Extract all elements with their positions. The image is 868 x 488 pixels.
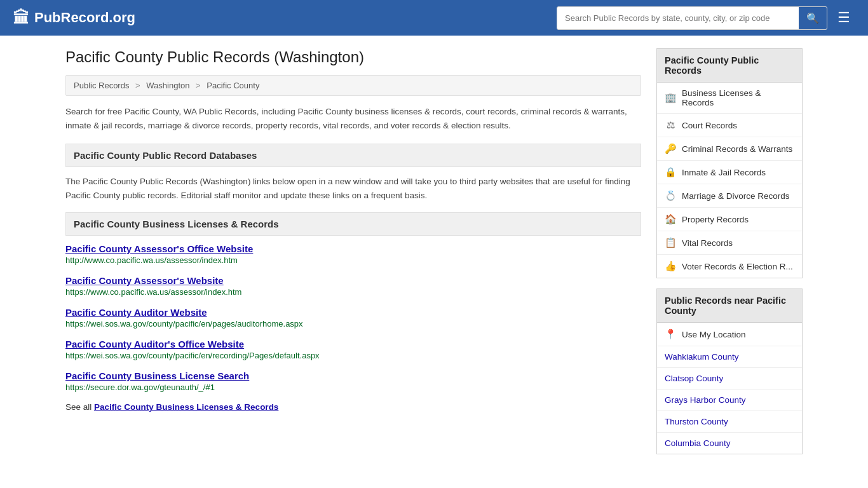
sidebar-item-court[interactable]: ⚖ Court Records (657, 114, 802, 137)
record-entry-0: Pacific County Assessor's Office Website… (65, 243, 641, 265)
record-entry-3: Pacific County Auditor's Office Website … (65, 339, 641, 360)
search-button[interactable]: 🔍 (799, 7, 827, 29)
sidebar-nearby-title: Public Records near Pacific County (656, 288, 803, 323)
nearby-county-3[interactable]: Thurston County (657, 411, 802, 433)
sidebar-nearby-section: Public Records near Pacific County 📍 Use… (656, 288, 803, 454)
record-title-1[interactable]: Pacific County Assessor's Website (65, 275, 224, 286)
clipboard-icon: 📋 (665, 237, 676, 248)
building-icon: 🏢 (665, 92, 676, 104)
databases-desc: The Pacific County Public Records (Washi… (65, 175, 641, 202)
record-url-2[interactable]: https://wei.sos.wa.gov/county/pacific/en… (65, 319, 641, 329)
sidebar-section-title: Pacific County Public Records (656, 48, 803, 83)
scales-icon: ⚖ (665, 119, 676, 131)
header-right: 🔍 ☰ (557, 6, 855, 30)
record-entry-1: Pacific County Assessor's Website https:… (65, 275, 641, 297)
record-entry-2: Pacific County Auditor Website https://w… (65, 307, 641, 329)
see-all-link[interactable]: Pacific County Business Licenses & Recor… (94, 402, 278, 412)
breadcrumb-sep-2: > (196, 81, 201, 90)
use-location-label: Use My Location (682, 330, 746, 339)
nearby-county-1[interactable]: Clatsop County (657, 368, 802, 390)
search-bar: 🔍 (557, 6, 827, 30)
breadcrumb-public-records[interactable]: Public Records (74, 81, 129, 90)
see-all-text: See all Pacific County Business Licenses… (65, 402, 641, 412)
sidebar-item-label-marriage: Marriage & Divorce Records (682, 191, 790, 201)
record-url-1[interactable]: https://www.co.pacific.wa.us/assessor/in… (65, 287, 641, 297)
sidebar-item-inmate[interactable]: 🔒 Inmate & Jail Records (657, 161, 802, 184)
nearby-county-2[interactable]: Grays Harbor County (657, 390, 802, 411)
sidebar-item-voter[interactable]: 👍 Voter Records & Election R... (657, 255, 802, 278)
record-url-3[interactable]: https://wei.sos.wa.gov/county/pacific/en… (65, 351, 641, 360)
sidebar-item-criminal[interactable]: 🔑 Criminal Records & Warrants (657, 137, 802, 161)
sidebar-item-label-vital: Vital Records (682, 238, 733, 248)
rings-icon: 💍 (665, 190, 676, 201)
sidebar: Pacific County Public Records 🏢 Business… (656, 48, 803, 464)
sidebar-item-label-criminal: Criminal Records & Warrants (682, 144, 792, 154)
hamburger-button[interactable]: ☰ (832, 7, 855, 29)
record-title-0[interactable]: Pacific County Assessor's Office Website (65, 243, 253, 254)
page-title: Pacific County Public Records (Washingto… (65, 48, 641, 66)
key-icon: 🔑 (665, 143, 676, 154)
record-url-4[interactable]: https://secure.dor.wa.gov/gteunauth/_/#1 (65, 383, 641, 392)
sidebar-item-label-business: Business Licenses & Records (682, 88, 794, 107)
location-icon: 📍 (665, 329, 677, 340)
sidebar-item-vital[interactable]: 📋 Vital Records (657, 231, 802, 255)
site-logo[interactable]: 🏛 PubRecord.org (13, 8, 135, 28)
logo-icon: 🏛 (13, 8, 29, 28)
thumbsup-icon: 👍 (665, 261, 676, 272)
content-area: Pacific County Public Records (Washingto… (65, 48, 641, 464)
sidebar-item-marriage[interactable]: 💍 Marriage & Divorce Records (657, 184, 802, 208)
sidebar-nearby-list: 📍 Use My Location Wahkiakum County Clats… (656, 323, 803, 454)
record-title-2[interactable]: Pacific County Auditor Website (65, 307, 207, 318)
sidebar-records-list: 🏢 Business Licenses & Records ⚖ Court Re… (656, 83, 803, 278)
breadcrumb-pacific-county[interactable]: Pacific County (207, 81, 259, 90)
logo-text: PubRecord.org (34, 10, 135, 26)
site-header: 🏛 PubRecord.org 🔍 ☰ (0, 0, 868, 36)
sidebar-item-business[interactable]: 🏢 Business Licenses & Records (657, 83, 802, 114)
sidebar-item-label-property: Property Records (682, 215, 749, 224)
business-section-header: Pacific County Business Licenses & Recor… (65, 212, 641, 236)
sidebar-public-records-section: Pacific County Public Records 🏢 Business… (656, 48, 803, 278)
use-location-item[interactable]: 📍 Use My Location (657, 323, 802, 346)
house-icon: 🏠 (665, 214, 676, 225)
breadcrumb-washington[interactable]: Washington (146, 81, 189, 90)
nearby-county-0[interactable]: Wahkiakum County (657, 346, 802, 368)
record-title-4[interactable]: Pacific County Business License Search (65, 370, 249, 381)
main-container: Pacific County Public Records (Washingto… (53, 36, 815, 477)
nearby-county-4[interactable]: Columbia County (657, 433, 802, 454)
lock-icon: 🔒 (665, 166, 676, 178)
sidebar-item-label-court: Court Records (682, 121, 737, 130)
record-entry-4: Pacific County Business License Search h… (65, 370, 641, 392)
record-title-3[interactable]: Pacific County Auditor's Office Website (65, 339, 244, 349)
record-url-0[interactable]: http://www.co.pacific.wa.us/assessor/ind… (65, 255, 641, 265)
sidebar-item-label-voter: Voter Records & Election R... (682, 262, 793, 271)
breadcrumb: Public Records > Washington > Pacific Co… (65, 75, 641, 96)
breadcrumb-sep-1: > (135, 81, 140, 90)
sidebar-item-label-inmate: Inmate & Jail Records (682, 168, 766, 177)
sidebar-item-property[interactable]: 🏠 Property Records (657, 208, 802, 231)
databases-section-header: Pacific County Public Record Databases (65, 144, 641, 167)
search-input[interactable] (557, 8, 799, 28)
intro-text: Search for free Pacific County, WA Publi… (65, 105, 641, 132)
